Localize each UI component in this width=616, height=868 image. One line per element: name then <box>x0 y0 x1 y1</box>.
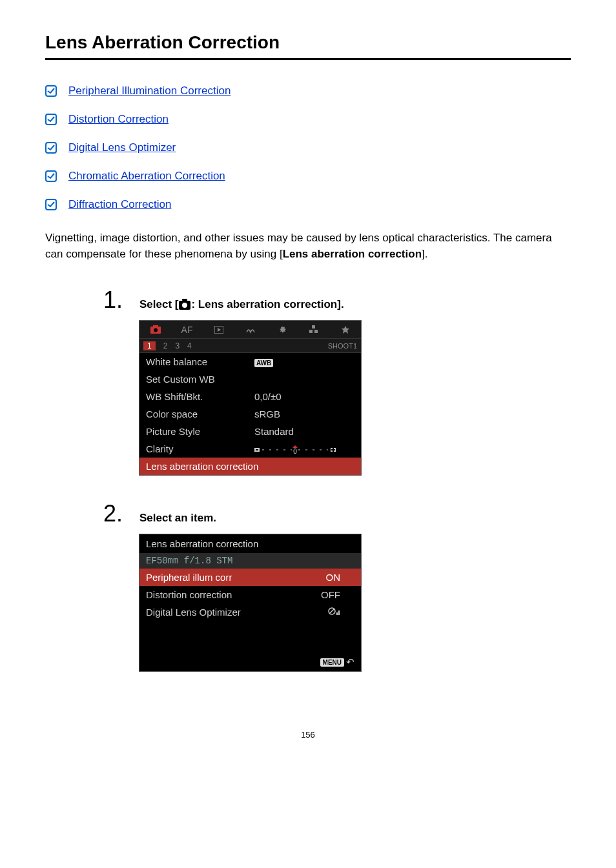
screen2-lens-name: EF50mm f/1.8 STM <box>139 553 361 569</box>
toc-link-chromatic[interactable]: Chromatic Aberration Correction <box>68 170 225 183</box>
toc-item: Chromatic Aberration Correction <box>45 170 571 183</box>
toc-link-peripheral[interactable]: Peripheral Illumination Correction <box>68 85 231 97</box>
svg-rect-15 <box>256 449 258 450</box>
toc-item: Peripheral Illumination Correction <box>45 85 571 97</box>
toc-link-distortion[interactable]: Distortion Correction <box>68 113 169 126</box>
clarity-slider-icon: 0 <box>254 445 338 454</box>
svg-rect-4 <box>46 199 56 210</box>
menu-badge: MENU <box>320 658 344 667</box>
intro-text: Vignetting, image distortion, and other … <box>45 230 571 262</box>
screen2-footer: MENU ↶ <box>139 653 361 671</box>
svg-rect-6 <box>153 325 158 327</box>
subtab-label: SHOOT1 <box>328 342 357 350</box>
toc-item: Distortion Correction <box>45 113 571 126</box>
return-arrow-icon: ↶ <box>346 656 354 668</box>
svg-rect-3 <box>46 171 56 181</box>
menu-row-wb-shift: WB Shift/Bkt. 0,0/±0 <box>139 388 361 405</box>
tab-shoot-icon <box>139 321 171 338</box>
subtab-3: 3 <box>175 341 180 350</box>
link-bullet-icon <box>45 170 57 182</box>
svg-rect-0 <box>46 86 56 96</box>
svg-marker-9 <box>218 328 221 332</box>
camera-menu-screenshot-2: Lens aberration correction EF50mm f/1.8 … <box>139 534 362 672</box>
dlo-standard-icon <box>327 607 340 616</box>
menu-row-wb: White balance AWB <box>139 353 361 370</box>
link-bullet-icon <box>45 142 57 154</box>
subtab-4: 4 <box>187 341 192 350</box>
screen2-row-distortion: Distortion correction OFF <box>139 586 361 603</box>
camera-icon <box>179 301 190 310</box>
menu-row-clarity: Clarity 0 <box>139 440 361 458</box>
step-number: 1. <box>103 287 129 314</box>
svg-point-7 <box>154 328 158 332</box>
menu-tab-bar: AF <box>139 321 361 339</box>
svg-rect-11 <box>309 330 313 333</box>
svg-line-24 <box>329 609 334 614</box>
svg-text:0: 0 <box>293 448 297 454</box>
menu-subtab-bar: 1 2 3 4 SHOOT1 <box>139 339 361 353</box>
svg-rect-25 <box>336 612 338 615</box>
step-1-title: Select [: Lens aberration correction]. <box>139 298 344 311</box>
awb-badge: AWB <box>254 359 273 367</box>
menu-row-picture-style: Picture Style Standard <box>139 423 361 440</box>
screen2-title: Lens aberration correction <box>139 534 361 553</box>
tab-custom-icon <box>298 321 329 338</box>
tab-playback-icon <box>203 321 234 338</box>
tab-af: AF <box>171 321 203 338</box>
screen2-row-dlo: Digital Lens Optimizer <box>139 603 361 621</box>
menu-row-color-space: Color space sRGB <box>139 405 361 423</box>
link-bullet-icon <box>45 199 57 210</box>
page-number: 156 <box>45 730 571 740</box>
svg-rect-1 <box>46 114 56 125</box>
subtab-2: 2 <box>163 341 168 350</box>
svg-rect-2 <box>46 143 56 153</box>
step-2-title: Select an item. <box>139 512 216 525</box>
page-title: Lens Aberration Correction <box>45 32 571 60</box>
menu-row-lens-aberration: Lens aberration correction <box>139 458 361 475</box>
tab-setup-icon <box>266 321 298 338</box>
screen2-row-peripheral: Peripheral illum corr ON <box>139 569 361 586</box>
svg-marker-13 <box>342 326 349 334</box>
toc-item: Digital Lens Optimizer <box>45 141 571 154</box>
toc-link-dlo[interactable]: Digital Lens Optimizer <box>68 141 176 154</box>
svg-rect-12 <box>314 330 318 333</box>
camera-menu-screenshot-1: AF 1 2 <box>139 320 362 476</box>
tab-mymenu-icon <box>329 321 361 338</box>
tab-network-icon <box>234 321 266 338</box>
toc-list: Peripheral Illumination Correction Disto… <box>45 85 571 211</box>
link-bullet-icon <box>45 85 57 97</box>
svg-rect-10 <box>312 325 315 328</box>
menu-row-custom-wb: Set Custom WB <box>139 370 361 388</box>
toc-item: Diffraction Correction <box>45 198 571 211</box>
toc-link-diffraction[interactable]: Diffraction Correction <box>68 198 171 211</box>
subtab-1: 1 <box>143 341 156 350</box>
step-1: 1. Select [: Lens aberration correction]… <box>103 287 571 476</box>
link-bullet-icon <box>45 114 57 125</box>
svg-rect-26 <box>338 611 340 615</box>
step-number: 2. <box>103 500 129 527</box>
step-2: 2. Select an item. Lens aberration corre… <box>103 500 571 672</box>
